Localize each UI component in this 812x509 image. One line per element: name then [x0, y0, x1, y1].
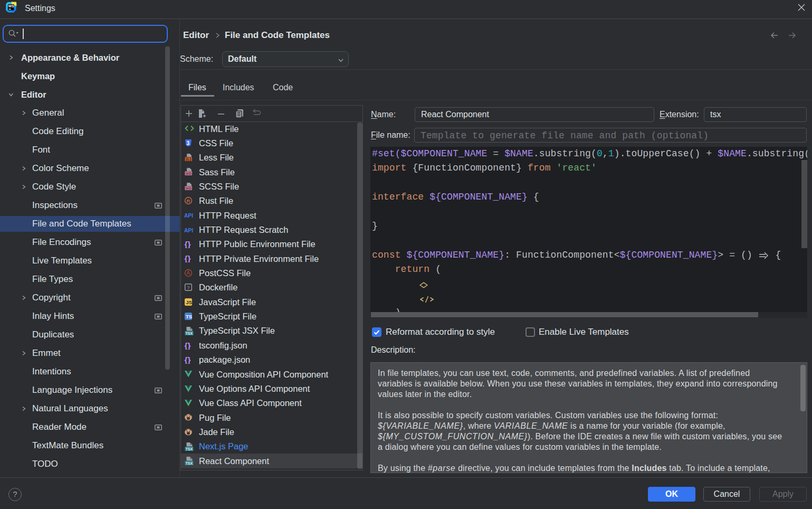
- svg-text:{}: {}: [185, 254, 191, 262]
- svg-text:API: API: [184, 227, 193, 233]
- svg-text:API: API: [184, 212, 193, 219]
- svg-text:R: R: [187, 198, 190, 204]
- svg-text:{}: {}: [185, 341, 191, 350]
- svg-text:TSX: TSX: [186, 332, 193, 335]
- svg-text:TS: TS: [186, 314, 192, 319]
- svg-text:TSX: TSX: [186, 447, 193, 451]
- svg-text:TSX: TSX: [186, 461, 193, 465]
- svg-text:JS: JS: [186, 299, 192, 305]
- svg-text:3: 3: [187, 140, 190, 146]
- svg-text:{L}: {L}: [186, 157, 192, 162]
- svg-text:WS: WS: [8, 4, 14, 8]
- svg-text:{}: {}: [185, 355, 191, 364]
- svg-text:{}: {}: [185, 240, 191, 248]
- svg-text:SASS: SASS: [185, 186, 192, 190]
- svg-text:SASS: SASS: [185, 172, 192, 175]
- svg-text:?: ?: [187, 285, 189, 290]
